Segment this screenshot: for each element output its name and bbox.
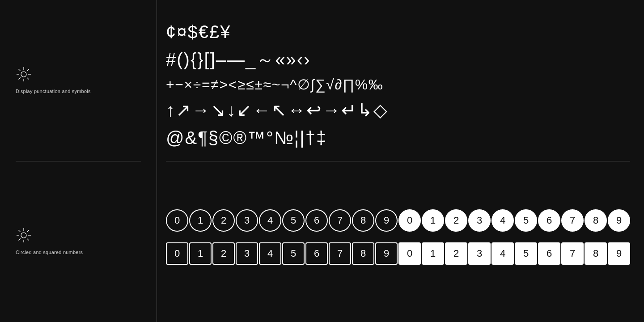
circled-0-outline: 0 xyxy=(166,209,188,232)
squared-9-outline: 9 xyxy=(375,242,398,265)
symbol-row-4: ↑↗→↘↓↙←↖↔↩→↵↳◇ xyxy=(166,97,630,123)
sidebar-section-punctuation: Display punctuation and symbols xyxy=(16,0,141,161)
squared-6-filled: 6 xyxy=(538,242,560,265)
svg-line-5 xyxy=(19,69,21,71)
squared-6-outline: 6 xyxy=(305,242,328,265)
circled-numbers-row: 0 1 2 3 4 5 6 7 8 9 0 1 2 3 4 5 6 7 8 9 xyxy=(166,209,630,232)
circled-1-filled: 1 xyxy=(422,209,444,232)
circled-4-filled: 4 xyxy=(491,209,514,232)
sun-icon-2 xyxy=(16,227,32,243)
svg-line-17 xyxy=(19,238,21,240)
symbol-row-5: @&¶§©®™°№¦|†‡ xyxy=(166,124,630,151)
section-label-punctuation: Display punctuation and symbols xyxy=(16,88,141,95)
circled-5-filled: 5 xyxy=(515,209,537,232)
squared-8-filled: 8 xyxy=(585,242,607,265)
squared-numbers-row: 0 1 2 3 4 5 6 7 8 9 0 1 2 3 4 5 6 7 8 9 xyxy=(166,242,630,265)
squared-1-outline: 1 xyxy=(189,242,212,265)
circled-4-outline: 4 xyxy=(259,209,281,232)
circled-2-filled: 2 xyxy=(445,209,467,232)
circled-9-outline: 9 xyxy=(375,209,398,232)
squared-8-outline: 8 xyxy=(352,242,374,265)
circled-5-outline: 5 xyxy=(282,209,305,232)
squared-1-filled: 1 xyxy=(422,242,444,265)
squared-4-filled: 4 xyxy=(491,242,514,265)
section-label-numbers: Circled and squared numbers xyxy=(16,249,141,256)
circled-3-filled: 3 xyxy=(468,209,491,232)
circled-8-outline: 8 xyxy=(352,209,374,232)
symbol-row-3: +−×÷=≠><≥≤±≈~¬^∅∫∑√∂∏%‰ xyxy=(166,74,630,96)
svg-point-9 xyxy=(21,233,26,238)
main-content: ¢¤$€£¥ #(){}[]–—_～«»‹› +−×÷=≠><≥≤±≈~¬^∅∫… xyxy=(157,0,644,322)
squared-0-filled: 0 xyxy=(398,242,421,265)
squared-5-outline: 5 xyxy=(282,242,305,265)
svg-point-0 xyxy=(21,72,26,77)
squared-2-outline: 2 xyxy=(212,242,235,265)
circled-2-outline: 2 xyxy=(212,209,235,232)
sidebar-section-numbers: Circled and squared numbers xyxy=(16,161,141,322)
circled-7-outline: 7 xyxy=(329,209,351,232)
squared-0-outline: 0 xyxy=(166,242,188,265)
squared-9-filled: 9 xyxy=(608,242,630,265)
sun-icon-1 xyxy=(16,66,32,82)
svg-line-6 xyxy=(27,77,29,79)
squared-7-filled: 7 xyxy=(561,242,584,265)
squared-7-outline: 7 xyxy=(329,242,351,265)
page-container: Display punctuation and symbols Circled … xyxy=(0,0,644,322)
numbers-section: 0 1 2 3 4 5 6 7 8 9 0 1 2 3 4 5 6 7 8 9 xyxy=(166,161,630,314)
circled-9-filled: 9 xyxy=(608,209,630,232)
symbol-row-1: ¢¤$€£¥ xyxy=(166,18,630,45)
svg-line-16 xyxy=(27,230,29,232)
circled-8-filled: 8 xyxy=(585,209,607,232)
squared-3-filled: 3 xyxy=(468,242,491,265)
svg-line-8 xyxy=(19,77,21,79)
svg-line-15 xyxy=(27,238,29,240)
squared-3-outline: 3 xyxy=(236,242,258,265)
circled-6-filled: 6 xyxy=(538,209,560,232)
squared-4-outline: 4 xyxy=(259,242,281,265)
sidebar: Display punctuation and symbols Circled … xyxy=(0,0,157,322)
circled-7-filled: 7 xyxy=(561,209,584,232)
circled-3-outline: 3 xyxy=(236,209,258,232)
circled-1-outline: 1 xyxy=(189,209,212,232)
squared-2-filled: 2 xyxy=(445,242,467,265)
circled-6-outline: 6 xyxy=(305,209,328,232)
svg-line-7 xyxy=(27,69,29,71)
squared-5-filled: 5 xyxy=(515,242,537,265)
symbol-row-2: #(){}[]–—_～«»‹› xyxy=(166,46,630,73)
symbols-section: ¢¤$€£¥ #(){}[]–—_～«»‹› +−×÷=≠><≥≤±≈~¬^∅∫… xyxy=(166,9,630,161)
svg-line-14 xyxy=(19,230,21,232)
circled-0-filled: 0 xyxy=(398,209,421,232)
